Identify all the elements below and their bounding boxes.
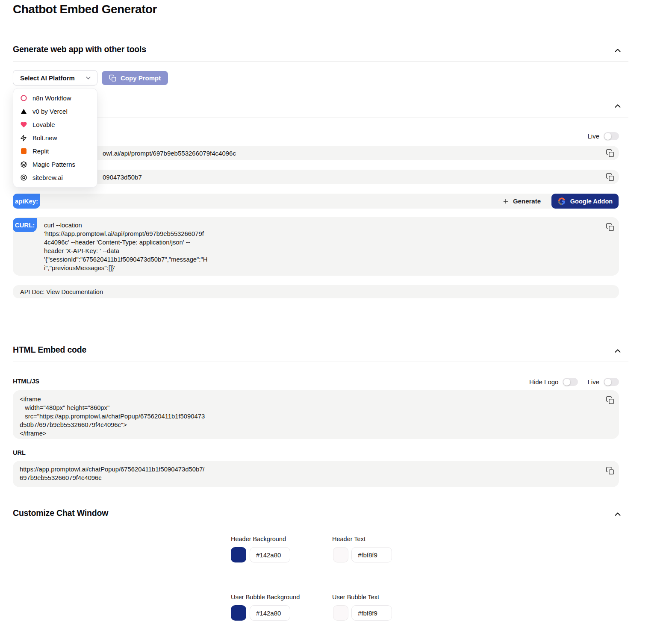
- section-title-generate-web-app: Generate web app with other tools: [13, 44, 146, 54]
- dropdown-item-lovable[interactable]: Lovable: [13, 118, 97, 131]
- dropdown-item-label: Lovable: [32, 121, 55, 128]
- chevron-up-icon: [613, 510, 622, 519]
- generate-label: Generate: [513, 197, 541, 205]
- chatbot-embed-generator-page: Chatbot Embed Generator Generate web app…: [0, 0, 672, 636]
- dropdown-item-label: sitebrew.ai: [32, 174, 63, 181]
- ai-platform-dropdown-menu: n8n Workflow v0 by Vercel Lovable Bolt.n…: [13, 88, 97, 188]
- user-bubble-background-label: User Bubble Background: [231, 594, 300, 601]
- chevron-up-icon: [613, 102, 622, 111]
- collapse-api-section-button[interactable]: [612, 102, 623, 111]
- chevron-up-icon: [613, 46, 622, 56]
- url-label: URL: [13, 449, 26, 456]
- section-title-html-embed: HTML Embed code: [13, 345, 86, 355]
- dropdown-item-label: n8n Workflow: [32, 94, 71, 102]
- user-bubble-background-swatch[interactable]: [231, 605, 246, 621]
- select-ai-platform-dropdown[interactable]: Select AI Platform: [13, 70, 97, 85]
- iframe-code-block: <iframe width="480px" height="860px" src…: [13, 390, 619, 439]
- copy-prompt-url-button[interactable]: [605, 148, 615, 158]
- copy-iframe-code-button[interactable]: [605, 395, 615, 405]
- html-js-label: HTML/JS: [13, 378, 39, 385]
- copy-curl-button[interactable]: [605, 222, 615, 232]
- user-bubble-text-label: User Bubble Text: [332, 594, 379, 601]
- session-id-field: 090473d50b7: [13, 170, 619, 184]
- page-title: Chatbot Embed Generator: [13, 3, 157, 16]
- header-background-label: Header Background: [231, 536, 286, 542]
- dropdown-item-label: v0 by Vercel: [32, 108, 68, 115]
- header-background-swatch[interactable]: [231, 547, 246, 562]
- n8n-ring-icon: [20, 94, 27, 102]
- hide-logo-toggle[interactable]: [563, 378, 578, 386]
- live-toggle-row: Live: [587, 132, 619, 140]
- plus-icon: [502, 198, 509, 205]
- curl-block: CURL: curl --location 'https://app.promp…: [13, 217, 619, 276]
- dropdown-item-magic-patterns[interactable]: Magic Patterns: [13, 158, 97, 171]
- google-addon-label: Google Addon: [570, 198, 613, 205]
- dropdown-item-n8n-workflow[interactable]: n8n Workflow: [13, 91, 97, 105]
- copy-prompt-button[interactable]: Copy Prompt: [102, 71, 168, 85]
- chevron-down-icon: [85, 74, 92, 82]
- api-doc-text: API Doc: View Documentation: [20, 289, 103, 295]
- collapse-embed-section-button[interactable]: [612, 347, 623, 356]
- lightning-icon: [20, 135, 27, 141]
- layers-icon: [20, 161, 27, 168]
- dropdown-item-replit[interactable]: Replit: [13, 144, 97, 158]
- divider: [13, 526, 628, 526]
- divider: [13, 61, 628, 62]
- vercel-triangle-icon: [20, 108, 27, 115]
- divider: [13, 362, 628, 362]
- dropdown-item-label: Bolt.new: [32, 134, 57, 141]
- dropdown-item-bolt-new[interactable]: Bolt.new: [13, 131, 97, 144]
- copy-icon: [109, 74, 117, 82]
- replit-square-icon: [20, 148, 27, 154]
- concentric-rings-icon: [20, 174, 27, 181]
- hide-logo-label: Hide Logo: [529, 378, 558, 386]
- divider: [13, 118, 628, 118]
- api-doc-link-bar[interactable]: API Doc: View Documentation: [13, 285, 619, 298]
- prompt-url-field: owl.ai/api/prompt/697b9eb553266079f4c409…: [13, 146, 619, 160]
- live-label: Live: [587, 132, 599, 140]
- google-addon-button[interactable]: Google Addon: [551, 194, 619, 209]
- copy-prompt-label: Copy Prompt: [121, 74, 161, 82]
- api-key-tag: apiKey:: [13, 194, 40, 209]
- curl-tag: CURL:: [13, 218, 37, 232]
- copy-popup-url-button[interactable]: [605, 466, 615, 475]
- dropdown-item-label: Magic Patterns: [32, 161, 75, 168]
- live-label: Live: [587, 378, 599, 386]
- select-ai-platform-label: Select AI Platform: [20, 74, 75, 82]
- dropdown-item-sitebrew[interactable]: sitebrew.ai: [13, 171, 97, 184]
- google-g-icon: [557, 197, 566, 206]
- header-background-hex-input[interactable]: [250, 547, 290, 562]
- header-text-hex-input[interactable]: [351, 547, 392, 562]
- user-bubble-text-swatch[interactable]: [333, 605, 348, 621]
- embed-live-toggle[interactable]: [604, 378, 619, 386]
- popup-url-field: https://app.promptowl.ai/chatPopup/67562…: [13, 461, 619, 487]
- collapse-generate-section-button[interactable]: [612, 46, 623, 56]
- chevron-up-icon: [613, 347, 622, 356]
- header-text-label: Header Text: [332, 536, 365, 542]
- dropdown-item-v0-vercel[interactable]: v0 by Vercel: [13, 105, 97, 118]
- copy-session-id-button[interactable]: [605, 172, 615, 182]
- embed-toggles-row: Hide Logo Live: [529, 378, 619, 386]
- heart-icon: [20, 121, 27, 128]
- collapse-customize-section-button[interactable]: [612, 510, 623, 519]
- section-title-customize: Customize Chat Window: [13, 508, 108, 518]
- user-bubble-background-hex-input[interactable]: [250, 605, 290, 621]
- live-toggle[interactable]: [604, 132, 619, 140]
- api-key-row: apiKey: Generate Google Addon: [13, 194, 619, 209]
- dropdown-item-label: Replit: [32, 147, 49, 155]
- curl-command: curl --location 'https://app.promptowl.a…: [44, 221, 258, 272]
- header-text-swatch[interactable]: [333, 547, 348, 562]
- generate-api-key-button[interactable]: Generate: [502, 194, 541, 209]
- user-bubble-text-hex-input[interactable]: [351, 605, 392, 621]
